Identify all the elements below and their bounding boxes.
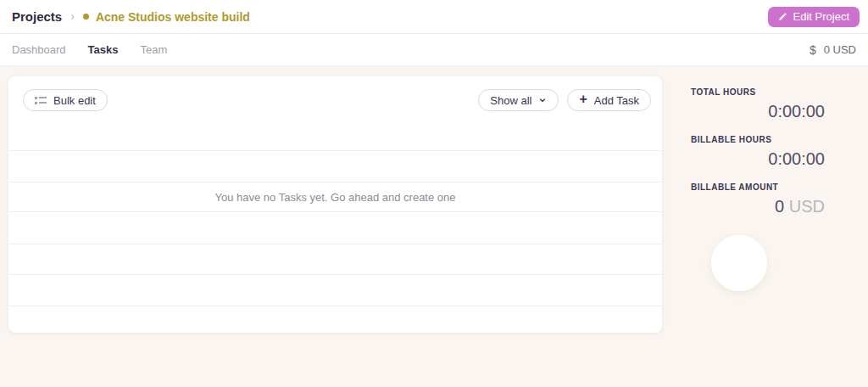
billable-hours-stat: BILLABLE HOURS 0:00:00 xyxy=(691,135,825,169)
tab-tasks[interactable]: Tasks xyxy=(88,43,119,56)
billable-amount-stat: BILLABLE AMOUNT 0 USD xyxy=(691,182,825,216)
task-filter-dropdown[interactable]: Show all xyxy=(478,89,559,111)
bulk-edit-button[interactable]: Bulk edit xyxy=(23,89,108,111)
project-color-dot xyxy=(83,14,89,20)
total-hours-value: 0:00:00 xyxy=(691,102,825,121)
tabs: Dashboard Tasks Team xyxy=(12,43,167,56)
breadcrumb: Projects › Acne Studios website build xyxy=(12,9,250,25)
billable-donut-chart xyxy=(711,235,767,291)
tab-team[interactable]: Team xyxy=(141,43,168,56)
pencil-icon xyxy=(778,12,787,21)
project-summary-panel: TOTAL HOURS 0:00:00 BILLABLE HOURS 0:00:… xyxy=(691,87,825,230)
total-hours-stat: TOTAL HOURS 0:00:00 xyxy=(691,87,825,121)
tasks-card: Bulk edit Show all + Add Task You have n… xyxy=(8,76,662,333)
add-task-label: Add Task xyxy=(594,94,639,107)
task-row-placeholder xyxy=(8,211,662,244)
project-tab-bar: Dashboard Tasks Team $ 0 USD xyxy=(0,34,868,66)
add-task-button[interactable]: + Add Task xyxy=(567,89,651,111)
tasks-toolbar: Bulk edit Show all + Add Task xyxy=(8,76,662,150)
billable-amount-currency: USD xyxy=(789,197,825,216)
total-hours-label: TOTAL HOURS xyxy=(691,87,825,97)
billable-amount-label: BILLABLE AMOUNT xyxy=(691,182,825,192)
breadcrumb-projects-link[interactable]: Projects xyxy=(12,9,62,24)
task-row-placeholder xyxy=(8,150,662,182)
edit-project-label: Edit Project xyxy=(793,10,849,23)
edit-project-button[interactable]: Edit Project xyxy=(768,7,860,27)
filter-label: Show all xyxy=(490,94,531,107)
plus-icon: + xyxy=(579,93,587,106)
billable-hours-value: 0:00:00 xyxy=(691,149,825,169)
bulk-edit-list-icon xyxy=(35,97,47,104)
task-row-placeholder xyxy=(8,274,662,306)
breadcrumb-separator-icon: › xyxy=(69,9,76,25)
dollar-icon: $ xyxy=(810,43,816,57)
chevron-down-icon xyxy=(538,94,547,107)
task-row-placeholder xyxy=(8,306,662,333)
toolbar-right-group: Show all + Add Task xyxy=(478,89,651,111)
tab-dashboard[interactable]: Dashboard xyxy=(12,43,66,56)
task-row-placeholder: You have no Tasks yet. Go ahead and crea… xyxy=(8,182,662,211)
task-list: You have no Tasks yet. Go ahead and crea… xyxy=(8,150,662,333)
empty-tasks-message: You have no Tasks yet. Go ahead and crea… xyxy=(214,191,455,204)
bulk-edit-label: Bulk edit xyxy=(53,94,96,107)
project-billable-total: $ 0 USD xyxy=(810,43,856,57)
billable-hours-label: BILLABLE HOURS xyxy=(691,135,825,144)
task-row-placeholder xyxy=(8,244,662,274)
breadcrumb-project-name[interactable]: Acne Studios website build xyxy=(96,10,250,24)
app-header: Projects › Acne Studios website build Ed… xyxy=(0,0,868,34)
billable-amount-value: 0 USD xyxy=(691,197,825,216)
billable-total-amount: 0 USD xyxy=(824,43,856,56)
